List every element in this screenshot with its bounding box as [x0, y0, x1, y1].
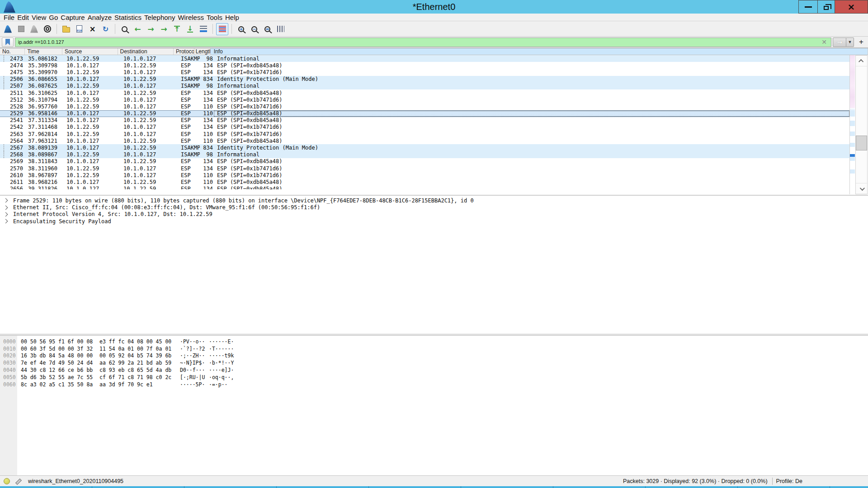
restart-capture-button[interactable] [28, 23, 40, 35]
menu-analyze[interactable]: Analyze [86, 14, 113, 21]
go-to-top-button[interactable]: ↑ [171, 23, 183, 35]
add-filter-button[interactable]: + [856, 38, 866, 47]
hex-row[interactable]: 000000 50 56 95 f1 6f 00 08e3 ff fc 04 0… [0, 338, 868, 345]
packet-length: 134 [200, 117, 214, 123]
minimize-button[interactable] [798, 0, 817, 14]
hex-row[interactable]: 00608c a3 02 a5 c1 35 50 8aaa 3d 9f 70 9… [0, 381, 868, 388]
menu-go[interactable]: Go [47, 14, 59, 21]
scroll-up-button[interactable] [856, 56, 867, 66]
packet-row-2511[interactable]: 251136.31062510.1.0.12710.1.22.59ESP134E… [0, 89, 849, 96]
column-header-length[interactable]: Length [194, 48, 211, 55]
hex-bytes-2: 11 54 0a 01 00 7f 0a 01 [99, 346, 173, 352]
packet-list-scrollbar[interactable] [855, 55, 868, 194]
close-button[interactable]: × [835, 0, 868, 14]
detail-row[interactable]: Encapsulating Security Payload [0, 218, 868, 225]
hex-row[interactable]: 002016 3b db 84 5a 48 00 0000 05 92 04 b… [0, 352, 868, 360]
packet-row-2563[interactable]: 256337.96281410.1.22.5910.1.0.127ESP110E… [0, 131, 849, 137]
expand-icon[interactable] [4, 219, 8, 224]
save-file-button[interactable]: 010 [73, 23, 85, 35]
packet-destination: 10.1.0.127 [121, 97, 179, 103]
find-packet-button[interactable] [118, 23, 131, 35]
scroll-down-button[interactable] [856, 183, 867, 194]
apply-filter-button[interactable]: → [833, 38, 846, 47]
packet-row-2564[interactable]: 256437.96312110.1.0.12710.1.22.59ESP110E… [0, 137, 849, 144]
expand-icon[interactable] [4, 205, 8, 210]
detail-row[interactable]: Ethernet II, Src: Cisco_ff:fc:04 (00:08:… [0, 204, 868, 211]
packet-source: 10.1.0.127 [64, 138, 121, 144]
zoom-in-button[interactable]: + [235, 23, 247, 35]
packet-row-2528[interactable]: 252836.95776010.1.22.5910.1.0.127ESP110E… [0, 103, 849, 110]
stop-capture-button[interactable] [15, 23, 27, 35]
menu-view[interactable]: View [30, 14, 47, 21]
column-header-no[interactable]: No. [0, 48, 25, 55]
packet-protocol: ISAKMP [179, 56, 200, 62]
hex-bytes-1: 44 30 c8 12 66 ce b6 bb [21, 367, 94, 373]
expand-icon[interactable] [4, 198, 8, 203]
go-to-bottom-button[interactable]: ↓ [184, 23, 196, 35]
zoom-original-button[interactable]: = [261, 23, 274, 35]
detail-row[interactable]: Internet Protocol Version 4, Src: 10.1.0… [0, 211, 868, 218]
auto-scroll-button[interactable] [197, 23, 209, 35]
packet-row-2506[interactable]: 250636.08665510.1.0.12710.1.22.59ISAKMP8… [0, 76, 849, 83]
hex-row[interactable]: 00307e ef 4e 7d 49 50 24 d4aa 62 99 2a 2… [0, 359, 868, 366]
hex-row[interactable]: 001000 60 3f 5d 00 00 3f 3211 54 0a 01 0… [0, 345, 868, 352]
expand-icon[interactable] [4, 212, 8, 217]
titlebar[interactable]: *Ethernet0 × [0, 0, 868, 14]
open-file-button[interactable] [60, 23, 72, 35]
close-file-button[interactable]: × [86, 23, 99, 35]
packet-row-2611[interactable]: 261138.96821610.1.0.12710.1.22.59ESP110E… [0, 178, 849, 185]
menu-file[interactable]: File [2, 14, 16, 21]
display-filter-input[interactable]: ip.addr ==10.1.0.127 ✕ [15, 38, 831, 47]
menu-telephony[interactable]: Telephony [143, 14, 176, 21]
hex-row[interactable]: 004044 30 c8 12 66 ce b6 bbc8 93 eb c8 6… [0, 366, 868, 374]
menu-wireless[interactable]: Wireless [176, 14, 205, 21]
packet-row-2474[interactable]: 247435.30979810.1.0.12710.1.22.59ESP134E… [0, 62, 849, 69]
expert-info-icon[interactable] [4, 478, 10, 484]
zoom-out-button[interactable]: − [248, 23, 260, 35]
packet-row-2541[interactable]: 254137.31133410.1.0.12710.1.22.59ESP134E… [0, 117, 849, 124]
start-capture-button[interactable] [2, 23, 14, 35]
packet-row-2568[interactable]: 256838.08986710.1.22.5910.1.0.127ISAKMP9… [0, 151, 849, 158]
hex-ascii-1: ~·N}IP$· [180, 360, 206, 366]
capture-comment-icon[interactable] [15, 478, 22, 484]
restore-button[interactable] [817, 0, 835, 14]
packet-row-2569[interactable]: 256938.31184310.1.0.12710.1.22.59ESP134E… [0, 158, 849, 165]
packet-row-2570[interactable]: 257038.31196010.1.22.5910.1.0.127ESP134E… [0, 165, 849, 172]
packet-row-2507[interactable]: 250736.08762510.1.22.5910.1.0.127ISAKMP9… [0, 83, 849, 89]
go-back-button[interactable]: ← [132, 23, 144, 35]
intelligent-scrollbar-minimap[interactable] [849, 55, 855, 194]
packet-row-2473[interactable]: 247335.08618210.1.22.5910.1.0.127ISAKMP9… [0, 55, 849, 62]
go-forward-button[interactable]: → [145, 23, 157, 35]
menu-help[interactable]: Help [224, 14, 241, 21]
capture-options-button[interactable] [41, 23, 53, 35]
hex-ascii-2: ·b·*!··Y [209, 360, 235, 366]
packet-row-2567[interactable]: 256738.08913910.1.0.12710.1.22.59ISAKMP8… [0, 144, 849, 151]
detail-row[interactable]: Frame 2529: 110 bytes on wire (880 bits)… [0, 197, 868, 204]
profile-label[interactable]: Profile: De [776, 478, 802, 484]
packet-row-2475[interactable]: 247535.30997010.1.22.5910.1.0.127ESP134E… [0, 69, 849, 75]
column-header-info[interactable]: Info [211, 48, 868, 55]
column-header-destination[interactable]: Destination [118, 48, 174, 55]
filter-history-dropdown[interactable]: ▼ [846, 38, 854, 47]
menu-statistics[interactable]: Statistics [113, 14, 143, 21]
packet-row-2656[interactable]: 265639.31182610.1.0.12710.1.22.59ESP134E… [0, 186, 849, 189]
colorize-packets-button[interactable] [216, 23, 228, 35]
filter-bookmark-button[interactable] [2, 38, 14, 47]
go-to-packet-button[interactable]: → [158, 23, 170, 35]
packet-row-2542[interactable]: 254237.31146810.1.22.5910.1.0.127ESP134E… [0, 124, 849, 131]
resize-columns-button[interactable] [274, 23, 287, 35]
menu-edit[interactable]: Edit [16, 14, 30, 21]
hex-row[interactable]: 00505b d6 3b 52 55 ae 7c 55cf 6f 71 c8 7… [0, 374, 868, 381]
status-bar: wireshark_Ethernet0_2020110904495 Packet… [0, 475, 868, 486]
column-header-protocol[interactable]: Protocol [174, 48, 194, 55]
reload-file-button[interactable]: ↻ [99, 23, 112, 35]
menu-capture[interactable]: Capture [59, 14, 86, 21]
column-header-time[interactable]: Time [25, 48, 62, 55]
packet-row-2529[interactable]: 252936.95814610.1.0.12710.1.22.59ESP110E… [0, 110, 849, 117]
clear-filter-icon[interactable]: ✕ [820, 38, 828, 46]
menu-tools[interactable]: Tools [205, 14, 224, 21]
scrollbar-thumb[interactable] [856, 136, 867, 150]
packet-row-2610[interactable]: 261038.96789710.1.22.5910.1.0.127ESP110E… [0, 172, 849, 178]
packet-row-2512[interactable]: 251236.31079410.1.22.5910.1.0.127ESP134E… [0, 96, 849, 103]
column-header-source[interactable]: Source [62, 48, 118, 55]
